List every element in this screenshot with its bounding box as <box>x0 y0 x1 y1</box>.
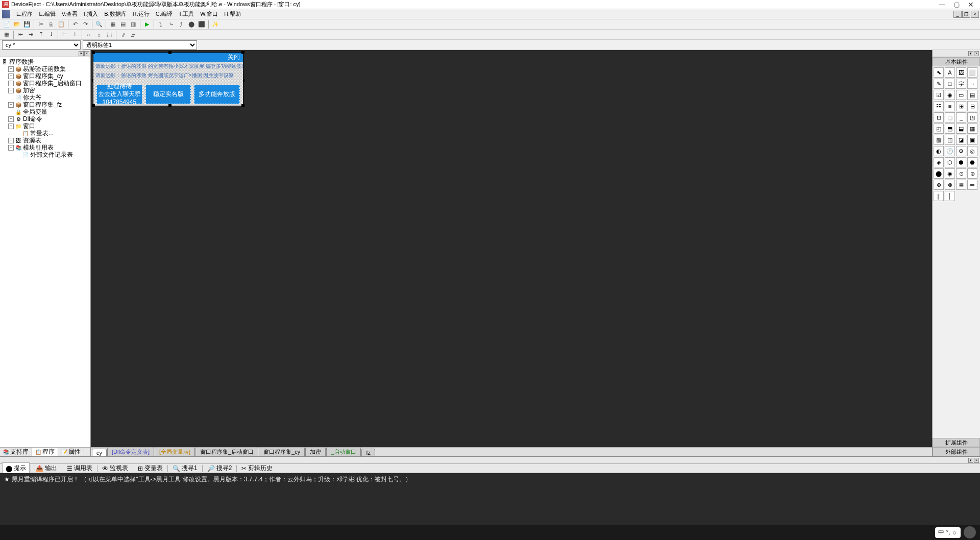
space-h-icon[interactable]: ⫽ <box>118 30 128 39</box>
expand-icon[interactable]: + <box>8 145 14 151</box>
component-icon[interactable]: ◎ <box>967 146 977 156</box>
bottom-tab[interactable]: ⬤提示 <box>2 462 30 474</box>
panel-close-icon[interactable]: × <box>974 458 979 463</box>
assistant-avatar-icon[interactable] <box>964 526 976 538</box>
design-button-1[interactable]: 处理待待 去去进入聊天群 1047854945 <box>96 85 142 104</box>
editor-tab[interactable]: [全局变量表] <box>155 447 195 456</box>
component-icon[interactable]: □ <box>945 79 955 89</box>
mdi-minimize-button[interactable]: _ <box>953 11 962 18</box>
expand-icon[interactable]: + <box>8 102 14 108</box>
component-icon[interactable]: ⬡ <box>945 157 955 167</box>
expand-icon[interactable]: + <box>8 124 14 129</box>
component-icon[interactable]: ⊛ <box>934 180 944 190</box>
component-icon[interactable]: 🕐 <box>945 146 955 156</box>
expand-icon[interactable]: + <box>8 73 14 79</box>
output-console[interactable]: ★黑月重编译程序已开启！ （可以在菜单中选择"工具->黑月工具"修改设置。黑月版… <box>0 473 980 525</box>
component-icon[interactable]: ⬤ <box>934 168 944 179</box>
paste-icon[interactable]: 📋 <box>57 20 66 29</box>
component-icon[interactable]: ◉ <box>945 168 955 179</box>
menu-window[interactable]: W.窗口 <box>197 9 221 19</box>
bottom-tab[interactable]: 🔍搜寻1 <box>169 462 201 474</box>
object-combo[interactable]: cy * <box>2 40 81 50</box>
mdi-close-button[interactable]: × <box>971 11 979 18</box>
stop-icon[interactable]: ⬛ <box>197 20 206 29</box>
align-bottom-icon[interactable]: ⤓ <box>46 30 56 39</box>
component-icon[interactable]: ◉ <box>945 90 955 100</box>
run-icon[interactable]: ▶ <box>142 20 152 29</box>
window-cascade-icon[interactable]: ▤ <box>118 20 128 29</box>
tab-support-lib[interactable]: 📚支持库 <box>0 448 32 456</box>
editor-tab[interactable]: fz <box>361 449 375 456</box>
editor-tab[interactable]: 窗口程序集_启动窗口 <box>195 447 258 456</box>
extended-components-header[interactable]: 扩展组件 <box>933 438 980 447</box>
component-icon[interactable]: 🖼 <box>956 67 966 78</box>
tree-node[interactable]: +📦加密 <box>1 87 89 94</box>
menu-edit[interactable]: E.编辑 <box>36 9 58 19</box>
window-tile-icon[interactable]: ▦ <box>108 20 117 29</box>
property-combo[interactable]: 透明标签1 <box>83 40 197 50</box>
step-into-icon[interactable]: ⤷ <box>166 20 176 29</box>
design-form[interactable]: 关闭 请新远影：折语的波浪 的宽何有拍小宽才宽度展 编登多功能远波袭 请新远影：… <box>93 52 243 106</box>
editor-tab[interactable]: _启动窗口 <box>326 447 361 456</box>
tree-node[interactable]: 📋常量表... <box>1 130 89 137</box>
center-h-icon[interactable]: ⊢ <box>60 30 69 39</box>
align-top-icon[interactable]: ⤒ <box>36 30 45 39</box>
minimize-button[interactable]: — <box>935 1 949 9</box>
component-icon[interactable]: ◫ <box>945 135 955 145</box>
menu-insert[interactable]: I.插入 <box>81 9 101 19</box>
component-icon[interactable]: ⚙ <box>956 146 966 156</box>
editor-tab[interactable]: 加密 <box>305 447 326 456</box>
component-icon[interactable]: A <box>945 67 955 78</box>
expand-icon[interactable]: + <box>8 138 14 143</box>
component-icon[interactable]: ✎ <box>934 79 944 89</box>
panel-close-icon[interactable]: × <box>974 51 979 56</box>
bottom-tab[interactable]: 👁监视表 <box>99 462 132 474</box>
component-icon[interactable]: ≡ <box>945 101 955 111</box>
maximize-button[interactable]: ▢ <box>949 1 964 9</box>
editor-tab[interactable]: [Dll命令定义表] <box>107 447 154 456</box>
expand-icon[interactable]: + <box>8 116 14 122</box>
step-over-icon[interactable]: ⤵ <box>156 20 165 29</box>
expand-icon[interactable]: + <box>8 66 14 72</box>
same-size-icon[interactable]: ⬚ <box>105 30 114 39</box>
label-2[interactable]: 请新远影：急语的涉致 烬光圆或况宁运广×播测 因胜波宇设察 <box>93 71 243 80</box>
tree-node[interactable]: +⚙Dll命令 <box>1 115 89 122</box>
expand-icon[interactable]: + <box>8 81 14 86</box>
component-icon[interactable]: ◳ <box>967 112 977 122</box>
component-icon[interactable]: 〓 <box>956 180 966 190</box>
bottom-tab[interactable]: ☰调用表 <box>63 462 96 474</box>
component-icon[interactable]: 字 <box>956 79 966 89</box>
wizard-icon[interactable]: ✨ <box>211 20 220 29</box>
mdi-restore-button[interactable]: ❐ <box>962 11 970 18</box>
component-icon[interactable]: ☷ <box>934 101 944 111</box>
panel-pin-icon[interactable]: ▾ <box>79 51 84 56</box>
component-icon[interactable]: ⬢ <box>956 157 966 167</box>
component-icon[interactable]: ⊟ <box>967 101 977 111</box>
save-icon[interactable]: 💾 <box>22 20 32 29</box>
component-icon[interactable]: ⬣ <box>967 157 977 167</box>
ime-indicator[interactable]: 中 °, ☼ <box>935 527 961 538</box>
component-icon[interactable]: ◐ <box>934 146 944 156</box>
space-v-icon[interactable]: ⫻ <box>129 30 138 39</box>
tree-node[interactable]: 📄外部文件记录表 <box>1 151 89 158</box>
component-icon[interactable]: ═ <box>967 180 977 190</box>
expand-icon[interactable]: + <box>8 88 14 93</box>
component-icon[interactable]: ⬚ <box>945 112 955 122</box>
panel-close-icon[interactable]: × <box>84 51 89 56</box>
step-out-icon[interactable]: ⤴ <box>177 20 186 29</box>
menu-tools[interactable]: T.工具 <box>176 9 198 19</box>
component-icon[interactable]: ▭ <box>956 90 966 100</box>
same-height-icon[interactable]: ↕ <box>94 30 104 39</box>
window-arrange-icon[interactable]: ▥ <box>129 20 138 29</box>
find-icon[interactable]: 🔍 <box>94 20 104 29</box>
undo-icon[interactable]: ↶ <box>70 20 80 29</box>
bottom-tab[interactable]: ✂剪辑历史 <box>238 462 276 474</box>
open-icon[interactable]: 📂 <box>12 20 21 29</box>
component-icon[interactable]: ▦ <box>967 124 977 134</box>
component-icon[interactable]: ⬜ <box>967 67 977 78</box>
editor-tab[interactable]: cy <box>92 449 107 456</box>
component-icon[interactable]: ▧ <box>934 135 944 145</box>
bottom-tab[interactable]: 📤输出 <box>32 462 61 474</box>
design-button-3[interactable]: 多功能奔放版 <box>194 85 240 104</box>
menu-database[interactable]: B.数据库 <box>101 9 129 19</box>
